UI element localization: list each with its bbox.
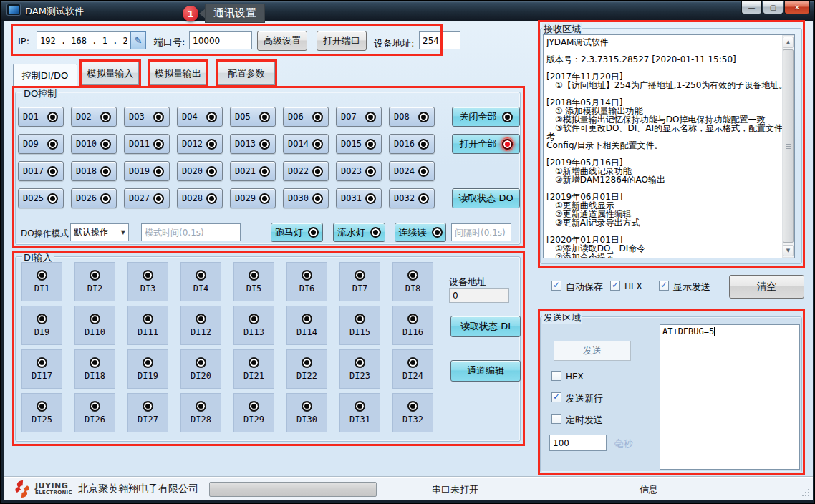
di-channel-tile[interactable]: DI9 <box>21 306 62 345</box>
di-channel-tile[interactable]: DI30 <box>286 393 327 432</box>
di-channel-tile[interactable]: DI19 <box>127 349 168 389</box>
do-channel-button[interactable]: DO23 <box>336 161 382 181</box>
do-channel-button[interactable]: DO2 <box>71 107 117 127</box>
di-channel-tile[interactable]: DI31 <box>339 393 380 432</box>
tab-analog-output[interactable]: 模拟量输出 <box>150 62 206 85</box>
di-channel-tile[interactable]: DI28 <box>180 393 221 432</box>
timed-interval-input[interactable] <box>549 435 607 451</box>
flow-light-button[interactable]: 流水灯 <box>333 223 385 242</box>
clear-button[interactable]: 清空 <box>729 275 804 299</box>
di-channel-tile[interactable]: DI4 <box>180 262 221 301</box>
di-channel-tile[interactable]: DI12 <box>180 306 221 345</box>
di-channel-tile[interactable]: DI24 <box>392 349 433 389</box>
do-channel-button[interactable]: DO20 <box>177 161 223 181</box>
do-channel-button[interactable]: DO3 <box>124 107 170 127</box>
open-all-button[interactable]: 打开全部 <box>452 134 520 154</box>
close-button[interactable]: ✕ <box>784 1 810 14</box>
scroll-thumb[interactable] <box>783 49 794 243</box>
show-send-checkbox[interactable] <box>659 281 669 291</box>
open-port-button[interactable]: 打开端口 <box>317 31 367 51</box>
timed-send-checkbox[interactable] <box>551 414 561 424</box>
auto-save-checkbox[interactable] <box>551 281 561 291</box>
di-channel-tile[interactable]: DI11 <box>127 306 168 345</box>
do-channel-button[interactable]: DO29 <box>230 188 276 208</box>
di-channel-tile[interactable]: DI32 <box>392 393 433 432</box>
di-channel-tile[interactable]: DI17 <box>21 349 62 389</box>
advanced-settings-button[interactable]: 高级设置 <box>257 31 307 51</box>
minimize-button[interactable]: — <box>741 1 762 14</box>
channel-edit-button[interactable]: 通道编辑 <box>450 360 521 382</box>
di-channel-tile[interactable]: DI18 <box>74 349 115 389</box>
di-channel-tile[interactable]: DI20 <box>180 349 221 389</box>
send-textarea[interactable]: AT+DEBUG=5 <box>660 324 800 470</box>
do-channel-button[interactable]: DO8 <box>389 107 435 127</box>
send-button[interactable]: 发送 <box>554 341 631 361</box>
do-channel-button[interactable]: DO24 <box>389 161 435 181</box>
do-channel-button[interactable]: DO22 <box>283 161 329 181</box>
di-channel-tile[interactable]: DI22 <box>286 349 327 389</box>
di-channel-tile[interactable]: DI7 <box>339 262 380 301</box>
do-channel-button[interactable]: DO12 <box>177 134 223 154</box>
port-input[interactable] <box>189 32 252 49</box>
do-channel-button[interactable]: DO31 <box>336 188 382 208</box>
di-channel-tile[interactable]: DI15 <box>339 306 380 345</box>
do-channel-button[interactable]: DO14 <box>283 134 329 154</box>
device-addr-input[interactable] <box>419 32 460 49</box>
do-channel-button[interactable]: DO1 <box>18 107 64 127</box>
do-channel-button[interactable]: DO21 <box>230 161 276 181</box>
do-mode-select[interactable]: 默认操作▼ <box>70 223 129 241</box>
do-channel-button[interactable]: DO25 <box>18 188 64 208</box>
do-channel-button[interactable]: DO10 <box>71 134 117 154</box>
send-hex-checkbox[interactable] <box>551 371 561 381</box>
tab-control-di-do[interactable]: 控制DI/DO <box>13 64 77 87</box>
do-channel-button[interactable]: DO11 <box>124 134 170 154</box>
di-channel-tile[interactable]: DI5 <box>233 262 274 301</box>
do-channel-button[interactable]: DO30 <box>283 188 329 208</box>
di-channel-tile[interactable]: DI2 <box>74 262 115 301</box>
scroll-up-icon[interactable]: ▲ <box>783 37 794 48</box>
do-channel-button[interactable]: DO27 <box>124 188 170 208</box>
do-channel-button[interactable]: DO19 <box>124 161 170 181</box>
interval-time-input[interactable] <box>451 223 511 241</box>
di-device-addr-input[interactable] <box>449 288 509 303</box>
do-channel-button[interactable]: DO5 <box>230 107 276 127</box>
ip-input[interactable] <box>37 32 131 49</box>
receive-log[interactable]: JYDAM调试软件 版本号：2.3.7315.28527 [2020-01-11… <box>543 34 795 258</box>
do-channel-button[interactable]: DO17 <box>18 161 64 181</box>
mode-time-input[interactable] <box>141 223 241 241</box>
marquee-button[interactable]: 跑马灯 <box>271 223 323 242</box>
di-channel-tile[interactable]: DI29 <box>233 393 274 432</box>
resize-grip[interactable] <box>808 495 809 496</box>
continuous-read-button[interactable]: 连续读 <box>395 223 446 242</box>
read-do-status-button[interactable]: 读取状态 DO <box>452 188 520 208</box>
do-channel-button[interactable]: DO13 <box>230 134 276 154</box>
maximize-button[interactable]: ▢ <box>763 1 783 14</box>
read-di-status-button[interactable]: 读取状态 DI <box>450 316 521 337</box>
receive-hex-checkbox[interactable] <box>610 281 620 291</box>
do-channel-button[interactable]: DO6 <box>283 107 329 127</box>
di-channel-tile[interactable]: DI14 <box>286 306 327 345</box>
do-channel-button[interactable]: DO26 <box>71 188 117 208</box>
scroll-down-icon[interactable]: ▼ <box>783 245 794 256</box>
di-channel-tile[interactable]: DI1 <box>21 262 62 301</box>
do-channel-button[interactable]: DO16 <box>389 134 435 154</box>
do-channel-button[interactable]: DO32 <box>389 188 435 208</box>
tab-config-params[interactable]: 配置参数 <box>218 62 275 85</box>
edit-ip-icon[interactable]: ✎ <box>130 32 146 49</box>
di-channel-tile[interactable]: DI10 <box>74 306 115 345</box>
do-channel-button[interactable]: DO28 <box>177 188 223 208</box>
di-channel-tile[interactable]: DI6 <box>286 262 327 301</box>
di-channel-tile[interactable]: DI13 <box>233 306 274 345</box>
di-channel-tile[interactable]: DI26 <box>74 393 115 432</box>
tab-analog-input[interactable]: 模拟量输入 <box>82 62 139 85</box>
di-channel-tile[interactable]: DI21 <box>233 349 274 389</box>
close-all-button[interactable]: 关闭全部 <box>452 107 520 127</box>
di-channel-tile[interactable]: DI23 <box>339 349 380 389</box>
do-channel-button[interactable]: DO9 <box>18 134 64 154</box>
receive-scrollbar[interactable]: ▲ ▼ <box>782 35 794 258</box>
send-newline-checkbox[interactable] <box>551 392 561 402</box>
do-channel-button[interactable]: DO7 <box>336 107 382 127</box>
di-channel-tile[interactable]: DI27 <box>127 393 168 432</box>
do-channel-button[interactable]: DO15 <box>336 134 382 154</box>
di-channel-tile[interactable]: DI8 <box>392 262 433 301</box>
